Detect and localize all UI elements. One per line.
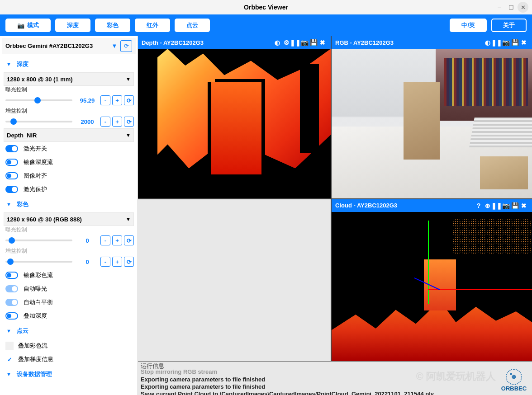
chevron-down-icon: ▼: [6, 328, 11, 334]
depth-exposure-slider[interactable]: [5, 99, 72, 101]
chevron-down-icon: ▼: [126, 216, 131, 222]
depth-pane-title: Depth - AY2BC1202G3: [142, 39, 204, 46]
toggle-laser-protect[interactable]: [5, 186, 18, 193]
color-tab[interactable]: 彩色: [95, 19, 130, 32]
cloud-canvas[interactable]: [332, 212, 532, 362]
help-icon[interactable]: ?: [474, 201, 483, 210]
depth-gain-reset[interactable]: ⟳: [124, 117, 134, 127]
depth-pane: Depth - AY2BC1202G3 ◐ ⚙ ❚❚ 📷 💾 ✖: [138, 36, 331, 198]
depth-gain-value[interactable]: [76, 117, 99, 127]
color-exposure-plus[interactable]: +: [112, 235, 122, 245]
depth-gain-slider[interactable]: [5, 121, 72, 122]
rgb-canvas[interactable]: [332, 49, 532, 198]
snapshot-icon[interactable]: 📷: [300, 38, 309, 47]
target-icon[interactable]: ⊕: [483, 201, 492, 210]
toggle-image-align[interactable]: [5, 172, 18, 179]
controls-panel[interactable]: ▼ 深度 1280 x 800 @ 30 (1 mm) ▼ 曝光控制 - + ⟳…: [0, 56, 138, 395]
section-pointcloud-title: 点云: [17, 327, 28, 335]
section-pointcloud-header[interactable]: ▼ 点云: [4, 323, 134, 339]
language-button[interactable]: 中/英: [450, 19, 487, 32]
device-refresh-button[interactable]: ⟳: [120, 40, 132, 52]
section-color-title: 彩色: [17, 200, 28, 208]
pause-icon[interactable]: ❚❚: [492, 201, 501, 210]
close-icon[interactable]: ✖: [519, 201, 528, 210]
log-line: Exporting camera parameters to file fini…: [138, 383, 532, 390]
depth-canvas[interactable]: [138, 49, 331, 198]
camera-icon: 📷: [17, 22, 24, 29]
device-dropdown-icon[interactable]: ▼: [109, 40, 120, 52]
section-device-data-title: 设备数据管理: [17, 370, 52, 378]
color-gain-reset[interactable]: ⟳: [124, 257, 134, 267]
log-panel: 运行信息 Stop mirroring RGB stream Exporting…: [138, 361, 532, 395]
gauge-icon[interactable]: ◐: [483, 38, 492, 47]
watermark: © 阿凯爱玩机器人: [416, 370, 496, 383]
toggle-overlay-depth[interactable]: [5, 312, 18, 320]
titlebar: Orbbec Viewer – ☐ ✕: [0, 0, 532, 14]
depth-exposure-minus[interactable]: -: [100, 95, 110, 105]
depth-exposure-plus[interactable]: +: [112, 95, 122, 105]
color-exposure-value: [76, 235, 99, 245]
color-gain-label: 增益控制: [4, 247, 134, 255]
checkbox-overlay-gradient[interactable]: ✓: [5, 355, 14, 363]
color-exposure-label: 曝光控制: [4, 226, 134, 234]
window-title: Orbbec Viewer: [244, 4, 288, 11]
device-name: Orbbec Gemini #AY2BC1202G3: [5, 42, 109, 49]
checkbox-overlay-color[interactable]: [5, 342, 14, 350]
ir-tab[interactable]: 红外: [135, 19, 170, 32]
mode-label: 模式: [27, 21, 39, 29]
depth-gain-minus[interactable]: -: [100, 117, 110, 127]
pause-icon[interactable]: ❚❚: [291, 38, 300, 47]
settings-icon[interactable]: ⚙: [282, 38, 291, 47]
pause-icon[interactable]: ❚❚: [492, 38, 501, 47]
section-color-header[interactable]: ▼ 彩色: [4, 196, 134, 212]
color-resolution-selector[interactable]: 1280 x 960 @ 30 (RGB 888) ▼: [4, 212, 134, 226]
depth-tab[interactable]: 深度: [55, 19, 90, 32]
color-gain-plus[interactable]: +: [112, 257, 122, 267]
color-exposure-minus[interactable]: -: [100, 235, 110, 245]
toggle-auto-whitebalance[interactable]: [5, 299, 18, 306]
depth-resolution-selector[interactable]: 1280 x 800 @ 30 (1 mm) ▼: [4, 72, 134, 86]
depth-exposure-value[interactable]: [76, 95, 99, 105]
device-selector[interactable]: Orbbec Gemini #AY2BC1202G3 ▼ ⟳: [2, 38, 136, 54]
log-line: Save current Point Cloud to \CapturedIma…: [138, 390, 532, 395]
sidebar: Orbbec Gemini #AY2BC1202G3 ▼ ⟳ ▼ 深度 1280…: [0, 36, 138, 395]
rgb-pane: RGB - AY2BC1202G3 ◐ ❚❚ 📷 💾 ✖: [332, 36, 532, 198]
color-gain-minus[interactable]: -: [100, 257, 110, 267]
maximize-button[interactable]: ☐: [506, 2, 517, 13]
gauge-icon[interactable]: ◐: [273, 38, 282, 47]
save-icon[interactable]: 💾: [510, 38, 519, 47]
toggle-mirror-color[interactable]: [5, 272, 18, 279]
top-toolbar: 📷 模式 深度 彩色 红外 点云 中/英 关于: [0, 14, 532, 36]
save-icon[interactable]: 💾: [510, 201, 519, 210]
depth-nir-selector[interactable]: Depth_NIR ▼: [4, 128, 134, 142]
depth-exposure-reset[interactable]: ⟳: [124, 95, 134, 105]
toggle-mirror-depth[interactable]: [5, 159, 18, 166]
snapshot-icon[interactable]: 📷: [501, 38, 510, 47]
section-depth-header[interactable]: ▼ 深度: [4, 56, 134, 72]
mode-button[interactable]: 📷 模式: [5, 19, 51, 32]
about-button[interactable]: 关于: [491, 19, 527, 32]
snapshot-icon[interactable]: 📷: [501, 201, 510, 210]
rgb-pane-title: RGB - AY2BC1202G3: [335, 39, 394, 46]
brand-logo: ORBBEC: [500, 368, 527, 393]
minimize-button[interactable]: –: [494, 2, 505, 13]
logo-icon: [506, 369, 522, 385]
depth-gain-label: 增益控制: [4, 107, 134, 115]
chevron-down-icon: ▼: [126, 76, 131, 82]
color-gain-slider: [5, 261, 72, 263]
toggle-laser-switch[interactable]: [5, 145, 18, 152]
close-button[interactable]: ✕: [518, 2, 528, 13]
depth-gain-plus[interactable]: +: [112, 117, 122, 127]
save-icon[interactable]: 💾: [309, 38, 318, 47]
color-exposure-reset[interactable]: ⟳: [124, 235, 134, 245]
chevron-down-icon: ▼: [6, 202, 11, 207]
toggle-auto-exposure[interactable]: [5, 285, 18, 292]
pointcloud-tab[interactable]: 点云: [175, 19, 210, 32]
section-device-data-header[interactable]: ▼ 设备数据管理: [4, 366, 134, 382]
close-icon[interactable]: ✖: [519, 38, 528, 47]
check-overlay-color-row[interactable]: 叠加彩色流: [4, 339, 134, 353]
chevron-down-icon: ▼: [126, 132, 131, 138]
check-overlay-gradient-row[interactable]: ✓ 叠加梯度信息: [4, 353, 134, 366]
close-icon[interactable]: ✖: [318, 38, 327, 47]
color-gain-value: [76, 257, 99, 267]
